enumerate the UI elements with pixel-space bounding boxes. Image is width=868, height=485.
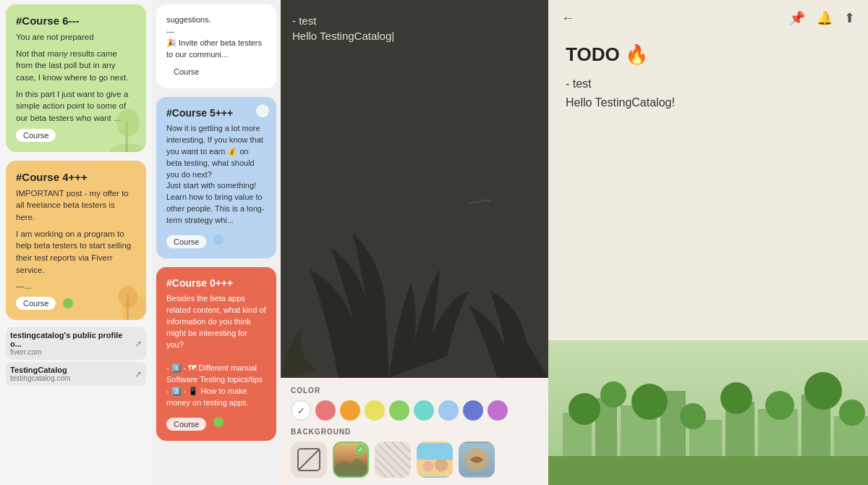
picker-section: COLOR BACKGROUND (281, 378, 548, 485)
note-line-1: - test (292, 14, 537, 27)
mid-card-course5[interactable]: #Course 5+++ Now it is getting a lot mor… (156, 97, 276, 258)
color-orange[interactable] (340, 400, 360, 421)
color-pink[interactable] (315, 400, 336, 421)
svg-point-0 (109, 143, 146, 152)
bg-food[interactable] (459, 442, 495, 478)
mid-card-top-badge[interactable]: Course (166, 65, 206, 78)
middle-panel: suggestions.---🎉 Invite other beta teste… (152, 0, 281, 485)
left-links: testingcatalog's public profile o... fiv… (6, 327, 146, 388)
card-course4-p1: IMPORTANT post - my offer to all freelan… (16, 187, 136, 224)
mid-card-course0-title: #Course 0+++ (166, 277, 266, 289)
bg-texture1[interactable] (375, 442, 411, 478)
plant-silhouette (281, 161, 548, 378)
right-panel: ← 📌 🔔 ⬆ TODO 🔥 - test Hello TestingCatal… (548, 0, 868, 485)
background-row: ✓ (291, 442, 538, 478)
card-course6-p2: Not that many results came from the last… (16, 48, 136, 84)
note-title: TODO 🔥 (566, 43, 851, 66)
card-course6-p3: In this part I just want to give a simpl… (16, 88, 136, 125)
mid-card-course5-circle (256, 104, 269, 117)
mid-card-course0-dot (213, 417, 224, 427)
mid-card-course5-badge[interactable]: Course (166, 235, 206, 248)
bg-beach-art (418, 460, 451, 476)
left-panel: #Course 6--- You are not prepared Not th… (0, 0, 152, 485)
back-button[interactable]: ← (561, 11, 574, 26)
card-course6[interactable]: #Course 6--- You are not prepared Not th… (6, 4, 146, 152)
color-white[interactable] (291, 400, 311, 421)
bg-food-art (460, 443, 493, 476)
note-content: TODO 🔥 - test Hello TestingCatalog! (548, 33, 868, 485)
color-blue[interactable] (463, 400, 483, 421)
mid-card-course5-dot (213, 235, 224, 245)
card-course4-dot (63, 298, 73, 308)
fiverr-external-icon: ↗ (135, 339, 142, 349)
fiverr-link-title: testingcatalog's public profile o... (10, 331, 135, 348)
card-course4-p2: I am working on a program to help beta t… (16, 228, 136, 277)
testingcatalog-link-url: testingcatalog.com (10, 374, 70, 382)
fiverr-link[interactable]: testingcatalog's public profile o... fiv… (6, 327, 146, 360)
testingcatalog-link-title: TestingCatalog (10, 366, 70, 374)
header-action-icons: 📌 🔔 ⬆ (789, 10, 855, 26)
note-line-1: - test (566, 77, 851, 90)
card-course4[interactable]: #Course 4+++ IMPORTANT post - my offer t… (6, 161, 146, 320)
bg-none-icon (296, 447, 322, 473)
fiverr-link-url: fiverr.com (10, 348, 135, 356)
export-icon[interactable]: ⬆ (844, 10, 855, 26)
card-course4-p3: ---... (16, 280, 136, 292)
bg-none[interactable] (291, 442, 327, 478)
testingcatalog-link[interactable]: TestingCatalog testingcatalog.com ↗ (6, 362, 146, 386)
mid-card-top[interactable]: suggestions.---🎉 Invite other beta teste… (156, 4, 276, 88)
color-row (291, 400, 538, 421)
right-header: ← 📌 🔔 ⬆ (548, 0, 868, 33)
svg-point-9 (435, 460, 448, 472)
mid-card-course0-text: Besides the beta apps related content, w… (166, 293, 266, 408)
color-teal[interactable] (414, 400, 434, 421)
card-course6-badge[interactable]: Course (16, 129, 56, 142)
mid-card-course0-badge[interactable]: Course (166, 418, 206, 431)
card-course6-p1: You are not prepared (16, 31, 136, 43)
card-course4-title: #Course 4+++ (16, 171, 136, 183)
background-label: BACKGROUND (291, 428, 538, 436)
svg-line-7 (298, 449, 320, 471)
note-line-3: Hello TestingCatalog! (566, 96, 851, 109)
bg-beach[interactable] (417, 442, 453, 478)
mid-card-top-text: suggestions.---🎉 Invite other beta teste… (166, 14, 266, 61)
mid-card-course5-text: Now it is getting a lot more interesting… (166, 123, 266, 227)
bg-desert[interactable]: ✓ (333, 442, 369, 478)
note-line-2: Hello TestingCatalog| (292, 30, 537, 42)
mid-card-course5-title: #Course 5+++ (166, 107, 266, 119)
testingcatalog-external-icon: ↗ (135, 369, 142, 379)
card-course6-title: #Course 6--- (16, 14, 136, 27)
color-purple[interactable] (488, 400, 508, 421)
color-yellow[interactable] (365, 400, 385, 421)
card-course4-badge[interactable]: Course (16, 297, 56, 310)
center-panel: - test Hello TestingCatalog| COLOR BACK (281, 0, 548, 485)
note-preview: - test Hello TestingCatalog| (281, 0, 548, 378)
color-green[interactable] (389, 400, 409, 421)
svg-point-8 (422, 461, 433, 472)
mid-card-course0[interactable]: #Course 0+++ Besides the beta apps relat… (156, 267, 276, 440)
color-light-blue[interactable] (438, 400, 459, 421)
color-label: COLOR (291, 387, 538, 395)
pin-icon[interactable]: 📌 (789, 10, 805, 26)
bell-icon[interactable]: 🔔 (817, 10, 833, 26)
